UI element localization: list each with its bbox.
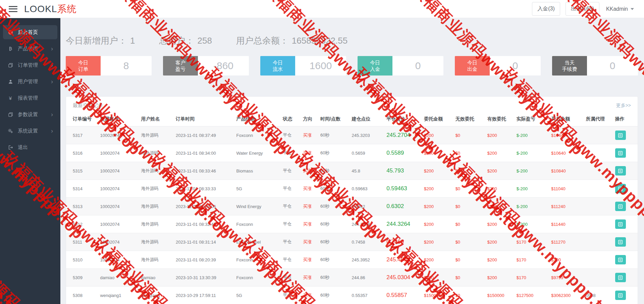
cell-close: 0.7469	[384, 233, 421, 251]
list-icon	[618, 204, 623, 209]
withdraw-button[interactable]: 出金(168)	[566, 2, 599, 16]
cell-invalid: $0	[453, 144, 485, 162]
cell-amount: $200	[421, 251, 453, 269]
cell-product: Foxconn	[233, 251, 280, 269]
cell-duration: 60秒	[318, 162, 349, 180]
cell-duration: 60秒	[318, 287, 349, 304]
stat-card: 今日出金0	[455, 56, 541, 75]
cell-balance: $11040	[548, 180, 583, 198]
cell-balance: $3062300	[548, 287, 583, 304]
params-icon	[7, 112, 13, 117]
cell-account: 10002074	[98, 162, 139, 180]
cell-amount: $200	[421, 126, 453, 144]
sidebar-menu: 后台首页产品管理›订单管理›用户管理›¥报表管理参数设置›系统设置›退出	[0, 18, 60, 304]
sidebar-item-label: 用户管理	[18, 79, 38, 85]
sidebar-item-1[interactable]: 产品管理›	[3, 42, 57, 56]
stat-value: 258	[197, 36, 212, 46]
sidebar-item-4[interactable]: ¥报表管理	[3, 91, 57, 105]
order-detail-button[interactable]	[615, 237, 626, 247]
sidebar-item-6[interactable]: 系统设置›	[3, 124, 57, 138]
cell-action	[612, 144, 638, 162]
chevron-right-icon: ›	[51, 62, 53, 68]
cell-open: 0.55357	[349, 287, 384, 304]
column-header-invalid: 无效委托	[453, 112, 485, 126]
cell-username: wenqiang	[138, 287, 173, 304]
stat-label: 总用户：	[159, 36, 194, 46]
cell-balance: $11440	[548, 215, 583, 233]
cell-open: 0.6362	[349, 198, 384, 215]
cell-amount: $200	[421, 215, 453, 233]
cell-id: 5315	[66, 162, 98, 180]
order-detail-button[interactable]	[615, 184, 626, 193]
cell-invalid: $0	[453, 233, 485, 251]
stat-card-label: 今日订单	[66, 56, 101, 75]
order-detail-button[interactable]	[615, 273, 626, 282]
admin-dropdown[interactable]: KKadmin	[605, 4, 635, 14]
order-detail-button[interactable]	[615, 148, 626, 158]
cell-open: 244.3304	[349, 215, 384, 233]
stat-card-value: 0	[490, 56, 541, 75]
cell-valid: $200	[485, 198, 514, 215]
stat-label: 今日新增用户：	[66, 36, 127, 46]
stat-card-value: -860	[198, 56, 249, 75]
cell-agent: 0598	[583, 287, 612, 304]
stat-cards: 今日订单8客户盈亏-860今日流水1600今日入金0今日出金0当天手续费0	[66, 56, 638, 75]
cell-status: 平仓	[280, 180, 300, 198]
cell-duration: 60秒	[318, 180, 349, 198]
cell-id: 5308	[66, 287, 98, 304]
table-row: 531310002074海外源码2023-11-01 08:33:06Wind …	[66, 198, 638, 215]
stat-value: 1	[130, 36, 135, 46]
cell-product: 5G	[233, 287, 280, 304]
cell-direction: 买涨	[300, 162, 318, 180]
cell-username: 海外源码	[138, 162, 173, 180]
column-header-profit: 实际盈亏	[514, 112, 549, 126]
cell-action	[612, 215, 638, 233]
cell-account: 10002074	[98, 144, 139, 162]
cell-agent	[583, 269, 612, 287]
stat-label: 用户总余额：	[236, 36, 288, 46]
order-detail-button[interactable]	[615, 202, 626, 211]
sidebar-item-0[interactable]: 后台首页	[3, 25, 57, 39]
list-icon	[618, 275, 623, 280]
order-detail-button[interactable]	[615, 166, 626, 175]
cell-agent	[583, 251, 612, 269]
cell-profit: $127500	[514, 287, 549, 304]
column-header-amount: 委托金额	[421, 112, 453, 126]
cell-status: 平仓	[280, 198, 300, 215]
order-detail-button[interactable]	[615, 291, 626, 300]
cell-account: wenqiang1	[98, 287, 139, 304]
settings-icon	[7, 128, 13, 134]
order-detail-button[interactable]	[615, 255, 626, 264]
report-icon: ¥	[7, 96, 13, 101]
order-detail-button[interactable]	[615, 131, 626, 140]
cell-account: 10002074	[98, 233, 139, 251]
more-link[interactable]: 更多>>	[616, 103, 631, 109]
cell-product: Foxconn	[233, 215, 280, 233]
cell-duration: 60秒	[318, 269, 349, 287]
cell-balance: $100	[548, 251, 583, 269]
list-icon	[618, 168, 623, 173]
sidebar-item-5[interactable]: 参数设置›	[3, 107, 57, 121]
stat-card-value: 0	[587, 56, 638, 75]
sidebar-item-2[interactable]: 订单管理›	[3, 58, 57, 72]
sidebar-item-label: 后台首页	[18, 29, 38, 36]
cell-invalid: $0	[453, 198, 485, 215]
cell-duration: 60秒	[318, 215, 349, 233]
menu-toggle-icon[interactable]	[9, 6, 17, 12]
sidebar-item-3[interactable]: 用户管理›	[3, 74, 57, 89]
cell-id: 5316	[66, 144, 98, 162]
sidebar-item-7[interactable]: 退出	[3, 140, 57, 154]
cell-account: 10002074	[98, 126, 139, 144]
cell-close: 0.5589	[384, 144, 421, 162]
order-detail-button[interactable]	[615, 219, 626, 229]
cell-amount: $200	[421, 198, 453, 215]
deposit-button[interactable]: 入金(3)	[532, 2, 560, 16]
cell-username: damiao	[138, 269, 173, 287]
cell-time: 2023-11-01 08:33:06	[173, 198, 233, 215]
panel-title: 最新交易记录	[73, 102, 103, 109]
cell-invalid: $0	[453, 215, 485, 233]
table-row: 531410002074海外源码2023-11-01 08:33:335G平仓买…	[66, 180, 638, 198]
cell-invalid: $0	[453, 180, 485, 198]
cell-action	[612, 269, 638, 287]
stat-card-label: 今日出金	[455, 56, 490, 75]
